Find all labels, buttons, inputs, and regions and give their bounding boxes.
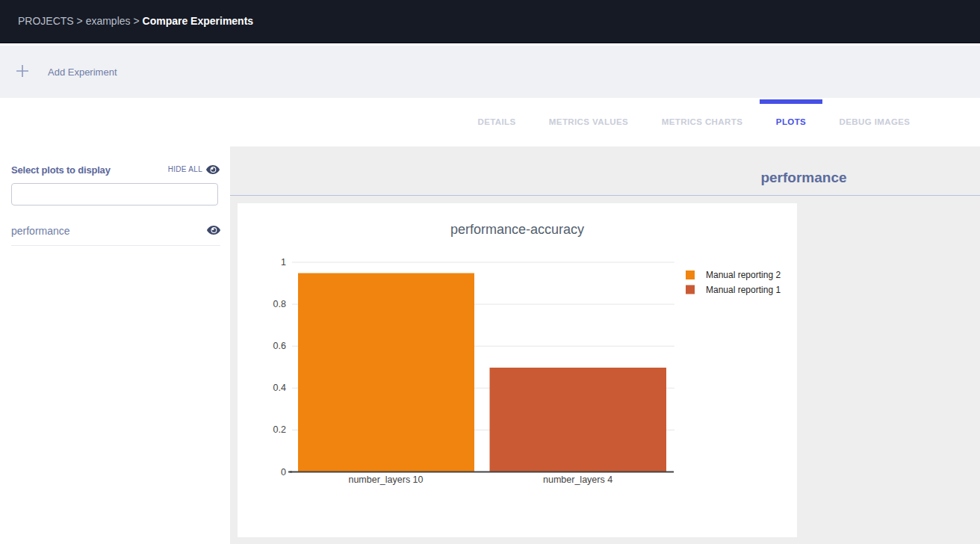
svg-text:number_layers 10: number_layers 10 <box>348 475 423 485</box>
svg-text:Manual reporting 1: Manual reporting 1 <box>706 285 781 295</box>
svg-text:0.8: 0.8 <box>273 299 286 309</box>
svg-text:1: 1 <box>281 257 286 268</box>
svg-text:number_layers 4: number_layers 4 <box>543 475 612 485</box>
svg-text:0.6: 0.6 <box>273 341 286 351</box>
svg-text:performance-accuracy: performance-accuracy <box>450 222 584 237</box>
svg-text:0.2: 0.2 <box>273 424 286 435</box>
svg-text:0.4: 0.4 <box>273 383 286 393</box>
svg-text:Manual reporting 2: Manual reporting 2 <box>706 270 781 280</box>
svg-text:0: 0 <box>281 467 286 477</box>
